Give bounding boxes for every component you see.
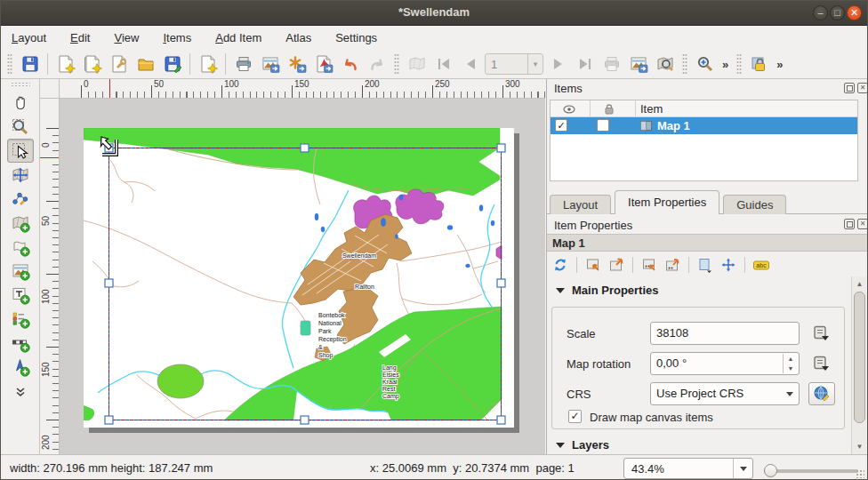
window-resize-grip[interactable]	[856, 469, 864, 478]
items-list[interactable]: Item ✓ Map 1	[550, 100, 858, 181]
items-row-map1[interactable]: ✓ Map 1	[551, 117, 857, 134]
close-panel-icon[interactable]: ✕	[857, 83, 868, 93]
tab-guides[interactable]: Guides	[723, 195, 786, 214]
add-north-arrow-button[interactable]	[7, 355, 34, 379]
open-folder-button[interactable]	[133, 52, 157, 76]
view-extent-in-canvas-button[interactable]	[607, 255, 626, 275]
atlas-page-combobox[interactable]: 1 ▾	[485, 53, 543, 75]
maximize-button[interactable]: □	[830, 5, 845, 20]
ruler-label: 0	[41, 142, 51, 148]
menu-view[interactable]: View	[114, 31, 139, 44]
item-lock-checkbox[interactable]	[597, 119, 609, 132]
select-move-item-tool-button[interactable]	[7, 139, 34, 163]
add-scalebar-button[interactable]	[7, 331, 34, 355]
scroll-down-icon[interactable]: ▼	[853, 440, 866, 453]
properties-scrollbar[interactable]: ▲ ▼	[851, 276, 866, 454]
select-crs-button[interactable]	[808, 382, 835, 405]
spin-up-icon[interactable]: ▲	[784, 354, 798, 364]
interactive-extent-edit-button[interactable]	[695, 255, 715, 275]
atlas-last-feature-button[interactable]	[573, 52, 597, 76]
add-picture-button[interactable]	[7, 259, 34, 283]
spin-down-icon[interactable]: ▼	[784, 364, 798, 373]
lock-items-button[interactable]	[747, 52, 771, 76]
layers-section-header[interactable]: Layers	[556, 438, 609, 452]
layout-canvas[interactable]: Swellendam Railton Bontebok National Par…	[60, 99, 545, 454]
export-svg-button[interactable]	[285, 52, 309, 76]
add-map-button[interactable]	[7, 211, 34, 235]
save-as-template-button[interactable]	[160, 52, 184, 76]
float-panel-icon[interactable]	[844, 83, 855, 93]
new-layout-button[interactable]	[53, 52, 77, 76]
close-button[interactable]: ✕	[847, 5, 862, 20]
menu-items[interactable]: Items	[163, 31, 191, 44]
menu-settings[interactable]: Settings	[335, 31, 377, 44]
tab-item-properties[interactable]: Item Properties	[615, 190, 719, 214]
globe-icon	[813, 385, 831, 403]
toolbar-grip[interactable]	[736, 53, 742, 75]
toolbar-overflow-chevron[interactable]: »	[774, 58, 785, 71]
atlas-previous-feature-button[interactable]	[458, 52, 482, 76]
undo-button[interactable]	[338, 52, 362, 76]
duplicate-layout-button[interactable]	[80, 52, 104, 76]
crs-combobox[interactable]: Use Project CRS	[650, 382, 800, 405]
tab-layout[interactable]: Layout	[550, 195, 611, 214]
menu-edit[interactable]: Edit	[70, 31, 90, 44]
item-visibility-checkbox[interactable]: ✓	[555, 119, 567, 132]
scale-override-button[interactable]	[808, 323, 835, 344]
main-properties-section-header[interactable]: Main Properties	[556, 284, 659, 297]
label-settings-button[interactable]: abc	[751, 255, 771, 275]
menu-layout[interactable]: Layout	[12, 31, 46, 44]
set-scale-to-canvas-button[interactable]	[639, 255, 659, 275]
zoom-level-combobox[interactable]: 43.4%	[623, 458, 753, 479]
export-image-button[interactable]	[258, 52, 282, 76]
preview-atlas-button[interactable]	[405, 52, 429, 76]
menu-atlas[interactable]: Atlas	[285, 31, 311, 44]
draw-map-canvas-items-checkbox[interactable]: ✓	[568, 410, 582, 423]
refresh-preview-button[interactable]	[551, 255, 570, 275]
move-item-content-tool-button[interactable]	[7, 163, 34, 187]
scale-input[interactable]: 38108	[650, 322, 800, 345]
set-extent-to-canvas-button[interactable]	[583, 255, 603, 275]
print-atlas-button[interactable]	[599, 52, 623, 76]
map-rotation-spinbox[interactable]: 0,00 ° ▲▼	[650, 352, 800, 375]
export-atlas-button[interactable]	[626, 52, 650, 76]
view-scale-in-canvas-button[interactable]	[663, 255, 682, 275]
add-items-from-template-button[interactable]	[196, 52, 220, 76]
scrollbar-thumb[interactable]	[854, 292, 865, 423]
save-project-button[interactable]	[18, 52, 42, 76]
atlas-first-feature-button[interactable]	[431, 52, 455, 76]
layout-manager-button[interactable]	[107, 52, 131, 76]
add-legend-button[interactable]	[7, 307, 34, 331]
float-panel-icon[interactable]	[844, 219, 855, 229]
atlas-next-feature-button[interactable]	[546, 52, 570, 76]
add-3d-map-button[interactable]	[7, 235, 34, 259]
add-label-button[interactable]	[7, 283, 34, 307]
zoom-tool-button[interactable]	[7, 115, 34, 139]
minimize-button[interactable]: –	[813, 5, 828, 20]
layout-page[interactable]: Swellendam Railton Bontebok National Par…	[84, 128, 514, 428]
pan-tool-button[interactable]	[7, 91, 34, 115]
atlas-settings-button[interactable]	[653, 52, 677, 76]
more-tools-chevron[interactable]	[7, 379, 34, 403]
zoom-slider-track[interactable]	[764, 469, 858, 473]
rotation-override-button[interactable]	[808, 353, 835, 374]
redo-button[interactable]	[365, 52, 389, 76]
toolbar-grip[interactable]	[394, 53, 399, 75]
spinbox-arrows[interactable]: ▲▼	[783, 354, 798, 373]
scroll-up-icon[interactable]: ▲	[853, 277, 866, 291]
zoom-slider-handle[interactable]	[764, 464, 777, 477]
toolbar-grip[interactable]	[7, 53, 12, 75]
toolbar-grip[interactable]	[11, 82, 30, 87]
export-pdf-button[interactable]	[311, 52, 335, 76]
move-content-button[interactable]	[719, 255, 738, 275]
menu-add-item[interactable]: Add Item	[215, 31, 261, 44]
window-titlebar[interactable]: *Swellendam – □ ✕	[1, 1, 867, 26]
map-item[interactable]: Swellendam Railton Bontebok National Par…	[84, 128, 514, 428]
toolbar-grip[interactable]	[682, 53, 687, 75]
zoom-in-button[interactable]	[693, 52, 717, 76]
map-label-park-line: Reception	[318, 336, 347, 343]
close-panel-icon[interactable]: ✕	[857, 219, 868, 229]
toolbar-overflow-chevron[interactable]: »	[719, 58, 731, 71]
print-layout-button[interactable]	[231, 52, 255, 76]
edit-nodes-item-tool-button[interactable]	[7, 187, 34, 211]
